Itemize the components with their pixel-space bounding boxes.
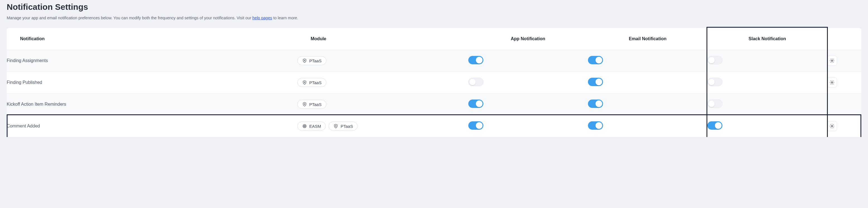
notification-name: Kickoff Action Item Reminders (7, 94, 297, 115)
svg-point-2 (304, 82, 305, 83)
row-settings-button[interactable] (827, 121, 837, 131)
slack-toggle-cell (707, 50, 827, 72)
svg-point-3 (832, 82, 833, 83)
row-settings-button[interactable] (827, 56, 837, 66)
app-toggle[interactable] (468, 56, 484, 64)
app-toggle-cell (468, 115, 588, 137)
module-chip-ptaas: PTaaS (297, 100, 326, 109)
module-chip-ptaas: PTaaS (329, 122, 358, 131)
module-chip-label: PTaaS (341, 124, 353, 129)
slack-toggle-cell (707, 72, 827, 94)
email-toggle-cell (588, 115, 708, 137)
module-chip-label: PTaaS (309, 58, 321, 63)
app-toggle[interactable] (468, 100, 484, 108)
svg-point-7 (304, 126, 305, 126)
notification-name: Comment Added (7, 115, 297, 137)
svg-point-8 (336, 126, 336, 126)
app-toggle-cell (468, 94, 588, 115)
help-pages-link[interactable]: help pages (252, 16, 272, 20)
shield-icon (333, 124, 338, 129)
slack-toggle[interactable] (707, 56, 722, 64)
actions-cell (827, 72, 861, 94)
app-toggle[interactable] (468, 121, 484, 130)
notification-name: Finding Assignments (7, 50, 297, 72)
gear-icon (829, 80, 835, 85)
module-chip-ptaas: PTaaS (297, 78, 326, 87)
col-header-app: App Notification (468, 28, 588, 50)
svg-point-0 (304, 60, 305, 61)
module-cell: PTaaS (297, 50, 468, 72)
table-row: Comment Added EASM PTaaS (7, 115, 861, 137)
app-toggle-cell (468, 72, 588, 94)
module-chip-label: PTaaS (309, 80, 321, 85)
module-cell: PTaaS (297, 72, 468, 94)
table-row: Finding Assignments PTaaS (7, 50, 861, 72)
page-title: Notification Settings (7, 2, 861, 12)
module-chip-label: EASM (309, 124, 321, 129)
shield-icon (302, 102, 307, 107)
desc-before: Manage your app and email notification p… (7, 16, 252, 20)
col-header-notification: Notification (7, 28, 297, 50)
slack-toggle[interactable] (707, 78, 722, 86)
gear-icon (829, 123, 835, 129)
target-icon (302, 124, 307, 129)
shield-icon (302, 58, 307, 63)
email-toggle[interactable] (588, 100, 603, 108)
table-row: Finding Published PTaaS (7, 72, 861, 94)
notification-name: Finding Published (7, 72, 297, 94)
slack-toggle[interactable] (707, 100, 722, 108)
module-chip-ptaas: PTaaS (297, 56, 326, 65)
module-chip-label: PTaaS (309, 102, 321, 107)
notification-table: Notification Module App Notification Ema… (7, 28, 861, 137)
col-header-actions (827, 28, 861, 50)
email-toggle-cell (588, 72, 708, 94)
notification-settings-card: Notification Module App Notification Ema… (7, 28, 861, 137)
actions-cell (827, 94, 861, 115)
actions-cell (827, 50, 861, 72)
svg-point-4 (304, 104, 305, 105)
page-description: Manage your app and email notification p… (7, 16, 861, 20)
col-header-email: Email Notification (588, 28, 708, 50)
slack-toggle-cell (707, 94, 827, 115)
gear-icon (829, 58, 835, 63)
module-cell: PTaaS (297, 94, 468, 115)
row-settings-button[interactable] (827, 77, 837, 87)
app-toggle-cell (468, 50, 588, 72)
email-toggle[interactable] (588, 78, 603, 86)
slack-toggle[interactable] (707, 121, 722, 130)
desc-after: to learn more. (272, 16, 299, 20)
shield-icon (302, 80, 307, 85)
app-toggle[interactable] (468, 78, 484, 86)
module-chip-easm: EASM (297, 122, 326, 131)
table-row: Kickoff Action Item Reminders PTaaS (7, 94, 861, 115)
email-toggle[interactable] (588, 56, 603, 64)
email-toggle-cell (588, 50, 708, 72)
col-header-slack: Slack Notification (707, 28, 827, 50)
actions-cell (827, 115, 861, 137)
email-toggle[interactable] (588, 121, 603, 130)
svg-point-9 (832, 126, 833, 127)
slack-toggle-cell (707, 115, 827, 137)
col-header-module: Module (297, 28, 468, 50)
email-toggle-cell (588, 94, 708, 115)
module-cell: EASM PTaaS (297, 115, 468, 137)
svg-point-1 (832, 60, 833, 61)
